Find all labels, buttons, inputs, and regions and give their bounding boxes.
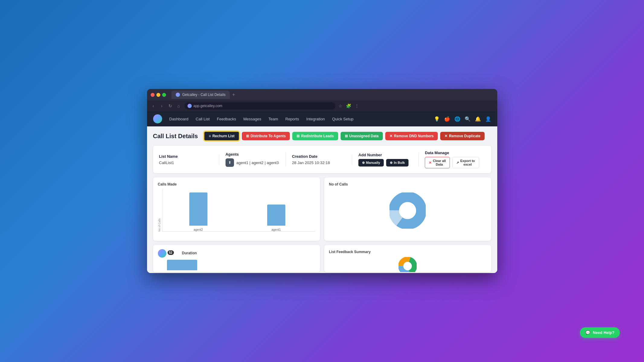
- bar-chart-area: agent2 agent1: [162, 189, 315, 232]
- info-card: List Name CallList1 Agents ⬆ agent1 | ag…: [153, 146, 491, 173]
- bookmark-icon[interactable]: ☆: [338, 103, 342, 108]
- data-manage-buttons: ✕ Clear all Data ↗ Export to excel: [425, 157, 479, 168]
- bar-agent1: [267, 205, 285, 226]
- add-number-label: Add Number: [358, 153, 412, 157]
- redistribute-label: Redistribute Leads: [301, 134, 334, 138]
- duration-badge-number: 52: [168, 250, 174, 255]
- page-title: Call List Details: [153, 133, 198, 140]
- list-name-section: List Name CallList1: [159, 154, 219, 165]
- nav-messages[interactable]: Messages: [243, 117, 261, 121]
- distribute-icon: ⊞: [246, 134, 249, 138]
- bell-icon[interactable]: 🔔: [475, 116, 481, 122]
- feedback-title: List Feedback Summary: [329, 250, 486, 254]
- in-bulk-button[interactable]: ⊕ In Bulk: [386, 159, 409, 167]
- y-axis-label: No of Calls: [158, 189, 161, 232]
- brand-logo[interactable]: [153, 114, 162, 123]
- nav-reports[interactable]: Reports: [285, 117, 299, 121]
- data-manage-label: Data Manage: [425, 151, 479, 155]
- unassigned-icon: ⊞: [345, 134, 348, 138]
- agents-section: Agents ⬆ agent1 | agent2 | agent3: [219, 152, 286, 167]
- list-name-value: CallList1: [159, 160, 213, 165]
- reload-button[interactable]: ↻: [168, 103, 173, 108]
- site-icon: [187, 104, 192, 108]
- agent-upload-icon[interactable]: ⬆: [226, 158, 234, 167]
- forward-button[interactable]: ›: [159, 103, 165, 108]
- no-of-calls-chart: No of Calls: [324, 177, 491, 241]
- browser-window: Getcalley - Call List Details + ‹ › ↻ ⌂ …: [147, 89, 497, 273]
- tab-favicon: [176, 93, 180, 97]
- calls-made-title: Calls Made: [158, 182, 315, 186]
- page-content: Call List Details ≡ Rechurn List ⊞ Distr…: [147, 126, 497, 273]
- bar-agent2: [189, 192, 207, 226]
- remove-dnd-label: Remove DND Numbers: [394, 134, 434, 138]
- bar-group-agent2: agent2: [168, 192, 228, 231]
- nav-dashboard[interactable]: Dashboard: [169, 117, 189, 121]
- globe-icon[interactable]: 🌐: [454, 116, 460, 122]
- close-button[interactable]: [151, 93, 155, 97]
- title-bar: Getcalley - Call List Details +: [147, 89, 497, 100]
- back-button[interactable]: ‹: [151, 103, 156, 108]
- duration-bar-area: [158, 258, 315, 270]
- nav-integration[interactable]: Integration: [306, 117, 325, 121]
- remove-dup-label: Remove Duplicate: [449, 134, 480, 138]
- user-icon[interactable]: 👤: [485, 116, 491, 122]
- bottom-charts-row: 52 Duration List Feedback Summary: [153, 245, 491, 272]
- remove-dnd-button[interactable]: ✕ Remove DND Numbers: [385, 132, 438, 140]
- maximize-button[interactable]: [162, 93, 166, 97]
- duration-title: Duration: [182, 250, 315, 255]
- url-bar[interactable]: app.getcalley.com: [184, 102, 335, 110]
- no-of-calls-title: No of Calls: [329, 182, 486, 186]
- nav-team[interactable]: Team: [268, 117, 278, 121]
- nav-right-icons: 💡 🍎 🌐 🔍 🔔 👤: [434, 116, 491, 122]
- data-manage-section: Data Manage ✕ Clear all Data ↗ Export to…: [419, 151, 485, 168]
- remove-duplicate-button[interactable]: ✕ Remove Duplicate: [440, 132, 485, 140]
- extensions-icon[interactable]: 🧩: [346, 103, 351, 108]
- menu-icon[interactable]: ⋮: [355, 103, 359, 108]
- redistribute-icon: ⊞: [296, 134, 300, 138]
- new-tab-button[interactable]: +: [232, 92, 235, 97]
- charts-row: Calls Made No of Calls agent2: [153, 177, 491, 241]
- agents-label: Agents: [226, 152, 280, 157]
- remove-dup-icon: ✕: [444, 134, 447, 138]
- nav-feedbacks[interactable]: Feedbacks: [217, 117, 236, 121]
- manually-icon: ⊕: [362, 161, 365, 165]
- search-icon[interactable]: 🔍: [465, 116, 471, 122]
- bar-label-agent2: agent2: [194, 228, 203, 231]
- unassigned-label: Unassigned Data: [349, 134, 379, 138]
- add-number-buttons: ⊕ Manually ⊕ In Bulk: [358, 159, 412, 167]
- tab-title: Getcalley - Call List Details: [182, 93, 226, 97]
- address-bar-actions: ☆ 🧩 ⋮: [338, 103, 359, 108]
- list-name-label: List Name: [159, 154, 213, 159]
- manually-button[interactable]: ⊕ Manually: [358, 159, 384, 167]
- traffic-lights: [151, 93, 166, 97]
- svg-point-1: [394, 197, 421, 224]
- unassigned-data-button[interactable]: ⊞ Unassigned Data: [341, 132, 383, 140]
- minimize-button[interactable]: [156, 93, 160, 97]
- export-excel-button[interactable]: ↗ Export to excel: [452, 157, 479, 168]
- add-number-section: Add Number ⊕ Manually ⊕ In Bulk: [352, 153, 419, 167]
- distribute-label: Distribute To Agents: [251, 134, 286, 138]
- duration-logo: [158, 249, 166, 258]
- rechurn-list-button[interactable]: ≡ Rechurn List: [204, 131, 239, 141]
- browser-tab[interactable]: Getcalley - Call List Details: [171, 91, 230, 99]
- home-button[interactable]: ⌂: [176, 103, 181, 108]
- clear-all-data-button[interactable]: ✕ Clear all Data: [425, 157, 450, 168]
- nav-quick-setup[interactable]: Quick Setup: [332, 117, 354, 121]
- bar-group-agent1: agent1: [246, 205, 306, 231]
- need-help-button[interactable]: 💬 Need Help?: [580, 327, 620, 338]
- apple-icon[interactable]: 🍎: [444, 116, 450, 122]
- bulb-icon[interactable]: 💡: [434, 116, 440, 122]
- distribute-agents-button[interactable]: ⊞ Distribute To Agents: [242, 132, 290, 140]
- in-bulk-icon: ⊕: [390, 161, 392, 165]
- duration-bar: [167, 260, 197, 270]
- creation-date-section: Creation Date 28 Jan 2025 10:32:18: [286, 154, 352, 165]
- feedback-pie: [399, 257, 417, 272]
- page-toolbar: Call List Details ≡ Rechurn List ⊞ Distr…: [153, 131, 491, 141]
- manually-label: Manually: [366, 161, 380, 164]
- redistribute-leads-button[interactable]: ⊞ Redistribute Leads: [292, 132, 338, 140]
- creation-date-value: 28 Jan 2025 10:32:18: [292, 160, 346, 165]
- agents-row: ⬆ agent1 | agent2 | agent3: [226, 158, 280, 167]
- export-label: Export to excel: [460, 159, 475, 166]
- nav-call-list[interactable]: Call List: [196, 117, 210, 121]
- export-icon: ↗: [456, 161, 459, 165]
